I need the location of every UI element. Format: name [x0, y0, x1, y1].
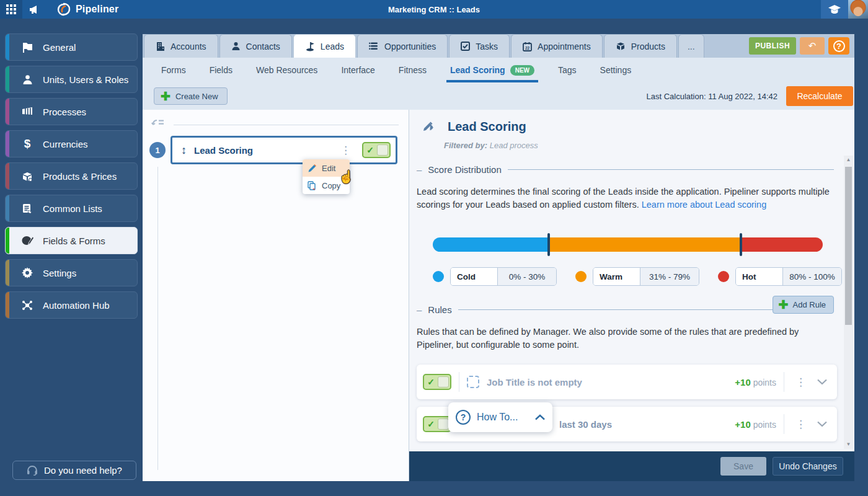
section-label: Rules	[428, 304, 451, 315]
subtab-fields[interactable]: Fields	[210, 58, 232, 82]
subtab-forms[interactable]: Forms	[161, 58, 186, 82]
accent-bar	[6, 292, 9, 318]
scroll-up-arrow[interactable]: ▲	[844, 156, 853, 164]
warm-range: 31% - 79%	[640, 268, 699, 285]
sidebar-item-label: Processes	[43, 107, 86, 117]
network-nodes-icon	[20, 300, 34, 311]
undo-changes-button[interactable]: Undo Changes	[773, 457, 843, 476]
sidebar-item-units-users-roles[interactable]: Units, Users & Roles	[5, 66, 138, 93]
add-rule-button[interactable]: ✚ Add Rule	[773, 296, 834, 314]
section-label: Score Distribution	[428, 164, 501, 175]
process-funnel-icon	[20, 107, 34, 117]
sidebar-item-common-lists[interactable]: Common Lists	[5, 195, 138, 222]
chevron-down-icon[interactable]	[817, 421, 827, 427]
subtab-tags[interactable]: Tags	[558, 58, 577, 82]
tab-more[interactable]: ...	[678, 34, 704, 58]
sidebar-item-settings[interactable]: Settings	[5, 259, 138, 286]
flag-icon	[20, 42, 34, 53]
recalculate-button[interactable]: Recalculate	[786, 86, 853, 106]
item-menu-button[interactable]: ⋮	[337, 144, 355, 157]
collapse-dash-icon[interactable]: –	[417, 304, 422, 315]
accent-bar	[6, 260, 9, 286]
scroll-down-arrow[interactable]: ▼	[844, 440, 853, 449]
tab-products[interactable]: Products	[604, 34, 677, 58]
chevron-up-icon[interactable]	[535, 414, 545, 420]
context-menu-edit[interactable]: Edit	[303, 159, 350, 177]
tree-line	[157, 167, 158, 470]
distribution-handle-cold-warm[interactable]	[547, 233, 550, 256]
save-button[interactable]: Save	[720, 457, 766, 476]
subtab-lead-scoring[interactable]: Lead Scoring NEW	[450, 58, 534, 82]
legend-warm: Warm31% - 79%	[575, 267, 699, 286]
sidebar-item-label: Currencies	[43, 139, 88, 149]
help-button[interactable]: ?	[828, 37, 849, 55]
chevron-down-icon[interactable]	[817, 379, 827, 385]
toggle-knob	[438, 376, 449, 388]
sidebar-item-label: Fields & Forms	[43, 236, 105, 246]
drag-handle-icon[interactable]: ↕	[181, 144, 187, 157]
accent-bar	[6, 99, 9, 125]
warm-name-input[interactable]: Warm	[593, 268, 640, 285]
context-menu-copy[interactable]: Copy	[303, 177, 350, 194]
toggle-knob	[377, 144, 388, 156]
settings-sidebar: General Units, Users & Roles Processes $…	[0, 19, 143, 496]
question-circle-icon: ?	[456, 410, 471, 425]
app-grid-button[interactable]	[0, 0, 22, 19]
accent-bar	[6, 34, 9, 60]
apps-grid-icon	[6, 4, 16, 14]
rule-title: last 30 days	[559, 419, 727, 430]
reorder-icon[interactable]	[151, 118, 165, 131]
tab-appointments[interactable]: 22 Appointments	[511, 34, 603, 58]
sidebar-item-label: Products & Prices	[43, 171, 117, 182]
user-icon	[20, 74, 34, 85]
detail-scrollbar[interactable]: ▲ ▼	[844, 156, 853, 449]
divider	[174, 125, 399, 125]
need-help-button[interactable]: Do you need help?	[12, 461, 136, 480]
subtab-settings[interactable]: Settings	[600, 58, 632, 82]
scoring-list-item[interactable]: ↕ Lead Scoring ⋮ ✓	[170, 136, 397, 164]
hot-name-input[interactable]: Hot	[736, 268, 783, 285]
legend-hot: Hot80% - 100%	[718, 267, 842, 286]
sidebar-item-products-prices[interactable]: Products & Prices	[5, 162, 138, 190]
tab-label: Opportunities	[384, 42, 436, 51]
scrollbar-thumb[interactable]	[845, 167, 852, 325]
tab-opportunities[interactable]: Opportunities	[357, 34, 448, 58]
subtab-label: Interface	[341, 65, 374, 75]
rule-enabled-toggle[interactable]: ✓	[423, 416, 451, 432]
cold-name-input[interactable]: Cold	[451, 268, 498, 285]
subtab-interface[interactable]: Interface	[341, 58, 374, 82]
rule-menu-button[interactable]: ⋮	[792, 376, 810, 389]
distribution-handle-warm-hot[interactable]	[740, 233, 742, 256]
tab-contacts[interactable]: Contacts	[219, 34, 292, 58]
score-distribution-bar	[433, 237, 823, 252]
scoring-enabled-toggle[interactable]: ✓	[362, 142, 391, 158]
learning-button[interactable]	[821, 0, 848, 19]
create-new-button[interactable]: ✚ Create New	[154, 87, 228, 105]
filtered-by-label: Filtered by:	[444, 141, 487, 150]
sidebar-item-general[interactable]: General	[5, 33, 138, 61]
sidebar-item-automation-hub[interactable]: Automation Hub	[5, 291, 138, 319]
publish-button[interactable]: PUBLISH	[749, 37, 796, 55]
products-box-icon	[616, 42, 626, 51]
app-logo[interactable]: Pipeliner	[57, 2, 118, 16]
learn-more-link[interactable]: Learn more about Lead scoring	[642, 200, 767, 210]
rule-row-job-title[interactable]: ✓ Job Title is not empty +10 points ⋮	[417, 365, 837, 399]
collapse-dash-icon[interactable]: –	[417, 164, 422, 175]
tab-accounts[interactable]: Accounts	[144, 34, 218, 58]
tasks-checkbox-icon	[461, 42, 470, 51]
rule-enabled-toggle[interactable]: ✓	[423, 374, 451, 390]
sidebar-item-processes[interactable]: Processes	[5, 98, 138, 125]
how-to-widget[interactable]: ? How To...	[448, 402, 552, 432]
subtab-fitness[interactable]: Fitness	[399, 58, 427, 82]
sidebar-item-fields-forms[interactable]: Fields & Forms	[5, 227, 138, 254]
rule-menu-button[interactable]: ⋮	[792, 418, 810, 431]
subtab-label: Fields	[210, 65, 232, 75]
tab-label: Leads	[321, 42, 344, 51]
tab-tasks[interactable]: Tasks	[449, 34, 510, 58]
subtab-web-resources[interactable]: Web Resources	[256, 58, 317, 82]
user-avatar[interactable]	[848, 0, 868, 19]
tab-leads[interactable]: Leads	[293, 34, 356, 58]
undo-publish-button[interactable]: ↶	[800, 37, 825, 55]
sidebar-item-currencies[interactable]: $ Currencies	[5, 130, 138, 157]
announcements-button[interactable]	[22, 0, 46, 19]
